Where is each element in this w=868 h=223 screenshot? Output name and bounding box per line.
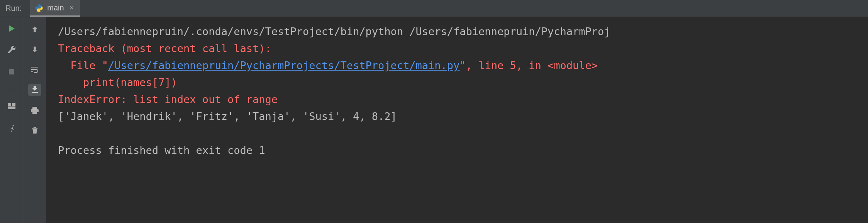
svg-rect-3: [8, 106, 15, 109]
toolbar-separator: [5, 89, 19, 89]
svg-rect-4: [32, 92, 38, 93]
exit-code-line: Process finished with exit code 1: [58, 144, 265, 156]
run-tool-window-body: /Users/fabiennepruin/.conda/envs/TestPro…: [0, 17, 868, 223]
traceback-code-line: print(names[7]): [58, 76, 177, 88]
console-command-line: /Users/fabiennepruin/.conda/envs/TestPro…: [58, 25, 610, 37]
scroll-to-end-icon[interactable]: [28, 84, 41, 96]
run-tab-main[interactable]: main ×: [30, 0, 80, 17]
left-toolbar-primary: [0, 17, 23, 223]
up-arrow-icon[interactable]: [29, 24, 40, 35]
svg-rect-2: [12, 103, 15, 106]
traceback-file-link[interactable]: /Users/fabiennepruin/PycharmProjects/Tes…: [108, 59, 459, 71]
wrench-icon[interactable]: [6, 45, 17, 56]
rerun-icon[interactable]: [6, 23, 17, 34]
traceback-file-suffix: ", line 5, in <module>: [459, 59, 598, 71]
traceback-file-prefix: File ": [58, 59, 108, 71]
trash-icon[interactable]: [29, 125, 40, 136]
error-line: IndexError: list index out of range: [58, 93, 278, 105]
close-tab-icon[interactable]: ×: [70, 3, 74, 12]
svg-rect-1: [8, 103, 11, 106]
run-label: Run:: [5, 4, 22, 13]
left-toolbar-secondary: [23, 17, 46, 223]
stop-icon[interactable]: [6, 66, 17, 77]
down-arrow-icon[interactable]: [29, 44, 40, 55]
pin-icon[interactable]: [6, 122, 17, 133]
run-tool-window-header: Run: main ×: [0, 0, 868, 17]
print-icon[interactable]: [29, 105, 40, 116]
svg-rect-0: [9, 69, 14, 74]
soft-wrap-icon[interactable]: [29, 64, 40, 75]
python-file-icon: [35, 4, 43, 12]
console-output[interactable]: /Users/fabiennepruin/.conda/envs/TestPro…: [46, 17, 868, 223]
stdout-line: ['Janek', 'Hendrik', 'Fritz', 'Tanja', '…: [58, 110, 397, 122]
layout-icon[interactable]: [6, 101, 17, 112]
traceback-header: Traceback (most recent call last):: [58, 42, 271, 54]
tab-label: main: [47, 3, 64, 12]
